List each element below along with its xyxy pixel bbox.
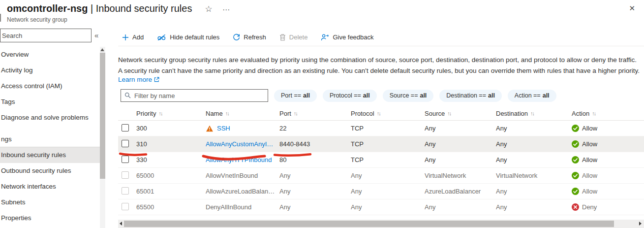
sidebar-item-subnets[interactable]: Subnets: [0, 195, 100, 210]
row-checkbox[interactable]: [122, 171, 129, 179]
sidebar-item-inbound-security-rules[interactable]: Inbound security rules: [0, 147, 100, 163]
cell-action: Allow: [572, 172, 644, 179]
refresh-button[interactable]: Refresh: [233, 33, 266, 41]
close-icon[interactable]: ✕: [629, 4, 635, 13]
sidebar-item-activity-log[interactable]: Activity log: [0, 63, 100, 78]
cell-action: Deny: [572, 203, 644, 211]
toolbar: Add Hide default rules Refresh Delete Gi…: [118, 29, 644, 46]
cell-protocol: TCP: [351, 140, 425, 148]
scroll-right-icon[interactable]: [639, 222, 642, 226]
column-header-port[interactable]: Port↑↓: [279, 110, 351, 117]
column-label: Name: [206, 110, 223, 117]
cell-port: Any: [279, 188, 351, 195]
sidebar-scrollbar-thumb[interactable]: [100, 53, 105, 179]
settings-section-header[interactable]: ngs: [0, 133, 100, 146]
sidebar-item-access-control-iam[interactable]: Access control (IAM): [0, 78, 100, 94]
table-row[interactable]: 310AllowAnyCustomAnyI…8440-8443TCPAnyAny…: [118, 136, 644, 152]
column-header-protocol[interactable]: Protocol↑↓: [351, 110, 425, 117]
page-title-section: | Inbound security rules: [88, 3, 192, 14]
sidebar-item-outbound-security-rules[interactable]: Outbound security rules: [0, 163, 100, 179]
column-label: Protocol: [351, 110, 374, 117]
delete-button[interactable]: Delete: [279, 33, 308, 41]
favorite-star-icon[interactable]: ☆: [205, 4, 212, 14]
table-row[interactable]: 65500DenyAllInBoundAnyAnyAnyAnyDeny: [118, 199, 644, 215]
sidebar-item-diagnose-and-solve-problems[interactable]: Diagnose and solve problems: [0, 110, 100, 126]
sort-arrows-icon: ↑↓: [447, 110, 451, 116]
column-label: Action: [572, 110, 589, 117]
filter-pill-port[interactable]: Port ==all: [274, 90, 317, 102]
rule-name-text: AllowAzureLoadBalan…: [206, 188, 275, 195]
scroll-left-icon[interactable]: [120, 222, 122, 226]
allow-icon: [572, 125, 579, 132]
cell-protocol: TCP: [351, 125, 425, 132]
give-feedback-button[interactable]: Give feedback: [321, 33, 373, 41]
cell-source: Any: [425, 203, 496, 211]
page-title: omcontroller-nsg: [7, 3, 88, 14]
sidebar: « OverviewActivity logAccess control (IA…: [0, 29, 106, 228]
cell-priority: 310: [136, 140, 206, 148]
cell-action: Allow: [572, 156, 644, 163]
sidebar-item-network-interfaces[interactable]: Network interfaces: [0, 179, 100, 195]
more-options-icon[interactable]: …: [222, 3, 231, 12]
row-checkbox[interactable]: [122, 124, 129, 131]
hide-eye-icon: [157, 34, 166, 41]
column-header-name[interactable]: Name↑↓: [206, 110, 279, 117]
cell-destination: Any: [496, 203, 572, 211]
table-row[interactable]: 330AllowAnyHTTPInbound80TCPAnyAnyAllow: [118, 152, 644, 168]
sidebar-search-input[interactable]: [0, 29, 92, 42]
rules-table-body: 300SSH22TCPAnyAnyAllow310AllowAnyCustomA…: [118, 121, 644, 215]
column-label: Port: [279, 110, 291, 117]
column-header-source[interactable]: Source↑↓: [425, 110, 496, 117]
action-label: Deny: [582, 203, 597, 211]
row-checkbox[interactable]: [122, 140, 129, 147]
horizontal-scrollbar-thumb[interactable]: [124, 221, 614, 227]
checkbox-cell: [118, 203, 136, 212]
scroll-up-icon[interactable]: [100, 48, 104, 51]
row-checkbox[interactable]: [122, 187, 129, 195]
column-label: Priority: [136, 110, 156, 117]
table-row[interactable]: 65001AllowAzureLoadBalan…AnyAnyAzureLoad…: [118, 184, 644, 199]
rule-name-link[interactable]: AllowAnyCustomAnyI…: [206, 140, 273, 148]
sidebar-item-overview[interactable]: Overview: [0, 47, 100, 63]
sort-arrows-icon: ↑↓: [377, 110, 380, 116]
sidebar-scrollbar[interactable]: [100, 47, 105, 228]
search-icon: [124, 92, 131, 98]
rules-table-header: Priority↑↓Name↑↓Port↑↓Protocol↑↓Source↑↓…: [118, 106, 644, 121]
cell-port: Any: [279, 203, 351, 211]
trash-icon: [279, 33, 286, 41]
filter-by-name-input[interactable]: [121, 89, 268, 102]
row-checkbox[interactable]: [122, 203, 129, 210]
sidebar-item-tags[interactable]: Tags: [0, 94, 100, 110]
rule-name-link[interactable]: SSH: [217, 125, 230, 132]
filter-pill-source[interactable]: Source ==all: [383, 90, 434, 102]
main-content: Add Hide default rules Refresh Delete Gi…: [118, 29, 644, 228]
cell-destination: Any: [496, 125, 572, 132]
feedback-person-icon: [321, 33, 329, 41]
cell-source: Any: [425, 125, 496, 132]
learn-more-link[interactable]: Learn more: [118, 76, 159, 83]
sidebar-item-properties[interactable]: Properties: [0, 210, 100, 226]
column-header-destination[interactable]: Destination↑↓: [496, 110, 572, 117]
column-header-priority[interactable]: Priority↑↓: [136, 110, 206, 117]
table-row[interactable]: 300SSH22TCPAnyAnyAllow: [118, 121, 644, 136]
action-label: Allow: [582, 125, 597, 132]
cell-port: 22: [279, 125, 351, 132]
rule-name-text: AllowVnetInBound: [206, 172, 258, 179]
horizontal-scrollbar[interactable]: [118, 220, 644, 228]
cell-protocol: Any: [351, 188, 425, 195]
column-header-action[interactable]: Action↑↓: [572, 110, 644, 117]
collapse-sidebar-icon[interactable]: «: [94, 31, 98, 39]
add-button[interactable]: Add: [122, 33, 144, 41]
cell-source: AzureLoadBalancer: [425, 188, 496, 195]
rule-name-link[interactable]: AllowAnyHTTPInbound: [206, 156, 272, 163]
table-row[interactable]: 65000AllowVnetInBoundAnyAnyVirtualNetwor…: [118, 168, 644, 184]
filter-pill-protocol[interactable]: Protocol ==all: [323, 90, 377, 102]
row-checkbox[interactable]: [122, 156, 129, 163]
checkbox-cell: [118, 171, 136, 180]
hide-default-rules-button[interactable]: Hide default rules: [157, 33, 219, 41]
cell-name: SSH: [206, 125, 279, 132]
warning-icon: [206, 125, 214, 132]
action-label: Allow: [582, 172, 597, 179]
filter-pill-destination[interactable]: Destination ==all: [439, 90, 502, 102]
filter-pill-action[interactable]: Action ==all: [508, 90, 556, 102]
